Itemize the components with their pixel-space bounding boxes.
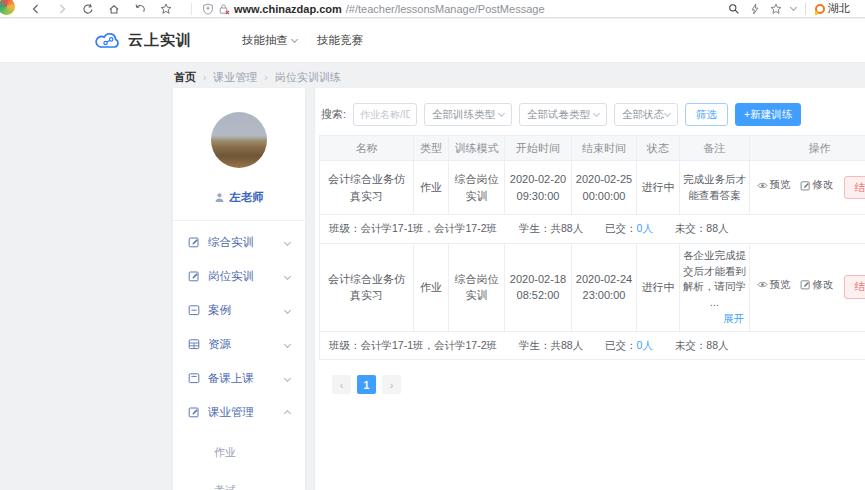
eye-icon [757,279,768,290]
avatar-section: 左老师 [173,88,305,205]
sidebar-item-label: 岗位实训 [208,269,254,284]
class-label: 班级： [329,339,361,351]
col-remark: 备注 [680,136,750,161]
sidebar-item-label: 课业管理 [208,405,254,420]
url-domain[interactable]: www.chinazdap.com [234,3,342,15]
breadcrumb-current: 岗位实训训练 [275,70,341,85]
chevron-down-icon [284,306,291,313]
cell-actions: 预览 修改 结束 [750,161,865,215]
cell-actions: 预览 修改 结束 [750,243,865,331]
search-input[interactable] [353,103,417,126]
avatar[interactable] [211,112,267,168]
sidebar-item-label: 案例 [208,303,231,318]
sidebar-item-coursework-manage[interactable]: 课业管理 [173,395,305,429]
sidebar-item-cases[interactable]: 案例 [173,293,305,327]
paper-type-select[interactable]: 全部试卷类型 [519,103,607,126]
preview-label: 预览 [770,277,791,293]
sidebar-item-post-training[interactable]: 岗位实训 [173,259,305,293]
cell-start: 2020-02-20 09:30:00 [505,161,572,215]
sidebar-item-label: 综合实训 [208,235,254,250]
breadcrumb-separator: › [203,72,206,83]
chevron-down-icon [284,238,291,245]
edit-label: 修改 [813,277,834,293]
table-row-meta: 班级：会计学17-1班，会计学17-2班 学生：共88人 已交：0人 未交：88… [320,215,865,244]
finish-button[interactable]: 结束 [844,176,865,200]
sidebar-item-resources[interactable]: 资源 [173,327,305,361]
expand-link[interactable]: 展开 [683,311,746,327]
unsubmitted-value: 88人 [706,339,728,351]
sidebar-subitem-exam[interactable]: 考试 [173,475,305,490]
breadcrumb-section[interactable]: 课业管理 [213,70,257,85]
chevron-down-icon[interactable] [790,3,797,10]
site-logo[interactable]: 云上实训 [95,31,192,50]
preview-label: 预览 [770,177,791,193]
browser-actions: 湖北 [728,1,865,16]
preview-button[interactable]: 预览 [757,177,791,193]
sidebar-item-lesson-prep[interactable]: 备课上课 [173,361,305,395]
browser-logo-icon[interactable] [0,0,15,15]
status-select[interactable]: 全部状态 [614,103,678,126]
submitted-value[interactable]: 0人 [637,339,653,351]
edit-button[interactable]: 修改 [800,177,834,193]
browser-toolbar: www.chinazdap.com/#/teacher/lessonsManag… [0,0,865,18]
remark-text: 完成业务后才能查看答案 [683,173,746,201]
url-path[interactable]: /#/teacher/lessonsManage/PostMessage [346,3,545,15]
grid-icon [188,338,200,350]
class-label: 班级： [329,222,361,234]
edit-square-icon [800,279,811,290]
finish-button[interactable]: 结束 [844,275,865,299]
breadcrumb: 首页 › 课业管理 › 岗位实训训练 [174,70,341,85]
unsubmitted-value: 88人 [706,222,728,234]
forward-icon[interactable] [56,3,68,15]
submitted-value[interactable]: 0人 [637,222,653,234]
back-icon[interactable] [30,3,42,15]
table-header-row: 名称 类型 训练模式 开始时间 结束时间 状态 备注 操作 [320,136,865,161]
browser-account[interactable]: 湖北 [815,1,865,16]
page-body: 首页 › 课业管理 › 岗位实训训练 左老师 综合实训 岗位实训 案例 [0,64,865,490]
home-icon[interactable] [108,3,120,15]
filter-button[interactable]: 筛选 [685,103,728,126]
chevron-down-icon [284,272,291,279]
lightning-icon[interactable] [749,3,761,15]
cell-mode: 综合岗位实训 [449,161,505,215]
shield-icon[interactable] [202,3,214,15]
col-mode: 训练模式 [449,136,505,161]
create-training-button[interactable]: +新建训练 [735,103,801,126]
refresh-icon[interactable] [82,3,94,15]
chevron-down-icon [664,110,671,117]
page-number-current[interactable]: 1 [357,375,376,394]
breadcrumb-home[interactable]: 首页 [174,70,196,85]
class-value: 会计学17-1班，会计学17-2班 [361,339,498,351]
cell-start: 2020-02-18 08:52:00 [505,243,572,331]
submitted-label: 已交： [605,222,637,234]
cell-mode: 综合岗位实训 [449,243,505,331]
cell-type: 作业 [414,243,449,331]
page-next-button[interactable]: › [382,375,401,394]
sidebar-item-comprehensive-training[interactable]: 综合实训 [173,225,305,259]
find-zoom-icon[interactable] [728,3,740,15]
main-content: 搜索: 全部训练类型 全部试卷类型 全部状态 筛选 +新建训练 [315,88,865,490]
preview-button[interactable]: 预览 [757,277,791,293]
favorite-star-icon[interactable] [770,3,782,15]
chevron-down-icon [284,340,291,347]
chevron-down-icon [593,110,600,117]
sidebar-divider [173,220,305,221]
training-type-select[interactable]: 全部训练类型 [424,103,512,126]
eye-icon [757,180,768,191]
nav-skill-check[interactable]: 技能抽查 [242,33,297,48]
sidebar-subitem-homework[interactable]: 作业 [173,437,305,467]
meta-cell: 班级：会计学17-1班，会计学17-2班 学生：共88人 已交：0人 未交：88… [320,331,865,360]
undo-icon[interactable] [134,3,146,15]
page-prev-button[interactable]: ‹ [332,375,351,394]
breadcrumb-separator: › [264,72,267,83]
sidebar-subitem-label: 作业 [214,445,236,460]
edit-square-icon [188,270,200,282]
address-bar[interactable]: www.chinazdap.com/#/teacher/lessonsManag… [191,3,728,15]
nav-skill-check-label: 技能抽查 [242,33,288,48]
edit-button[interactable]: 修改 [800,277,834,293]
minus-square-icon [188,304,200,316]
edit-square-icon [800,180,811,191]
teacher-row[interactable]: 左老师 [173,190,305,205]
nav-skill-contest[interactable]: 技能竞赛 [317,33,363,48]
bookmark-star-icon[interactable] [160,3,172,15]
